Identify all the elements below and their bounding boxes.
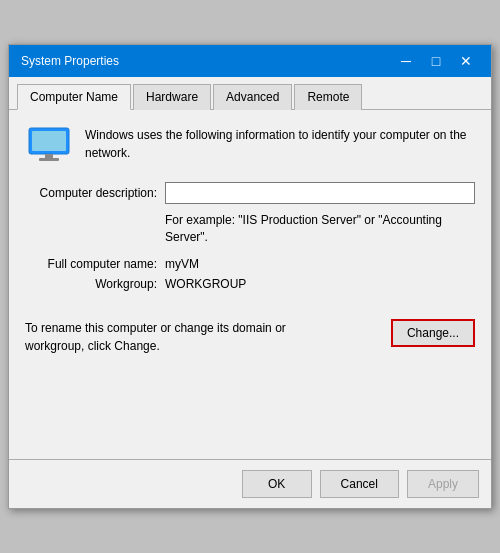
full-computer-name-value: myVM [165, 257, 199, 271]
tab-content: Windows uses the following information t… [9, 110, 491, 460]
apply-button[interactable]: Apply [407, 470, 479, 498]
tab-computer-name[interactable]: Computer Name [17, 84, 131, 110]
rename-section: To rename this computer or change its do… [25, 311, 475, 363]
cancel-button[interactable]: Cancel [320, 470, 399, 498]
full-computer-name-row: Full computer name: myVM [25, 257, 475, 271]
tab-hardware[interactable]: Hardware [133, 84, 211, 110]
maximize-button[interactable]: □ [423, 51, 449, 71]
computer-icon [25, 126, 73, 166]
info-description: Windows uses the following information t… [85, 126, 475, 162]
button-bar: OK Cancel Apply [9, 459, 491, 508]
computer-description-row: Computer description: [25, 182, 475, 204]
svg-rect-3 [39, 158, 59, 161]
hint-text: For example: "IIS Production Server" or … [165, 212, 475, 246]
spacer [25, 363, 475, 443]
title-bar-controls: ─ □ ✕ [393, 51, 479, 71]
tabs-container: Computer Name Hardware Advanced Remote [9, 77, 491, 110]
tab-advanced[interactable]: Advanced [213, 84, 292, 110]
title-bar: System Properties ─ □ ✕ [9, 45, 491, 77]
svg-rect-1 [32, 131, 66, 151]
change-button[interactable]: Change... [391, 319, 475, 347]
full-computer-name-label: Full computer name: [25, 257, 165, 271]
rename-text: To rename this computer or change its do… [25, 319, 345, 355]
computer-description-input[interactable] [165, 182, 475, 204]
ok-button[interactable]: OK [242, 470, 312, 498]
workgroup-row: Workgroup: WORKGROUP [25, 277, 475, 291]
system-properties-window: System Properties ─ □ ✕ Computer Name Ha… [8, 44, 492, 510]
computer-description-label: Computer description: [25, 186, 165, 200]
info-section: Windows uses the following information t… [25, 126, 475, 166]
svg-rect-2 [45, 154, 53, 158]
minimize-button[interactable]: ─ [393, 51, 419, 71]
window-title: System Properties [21, 54, 119, 68]
workgroup-label: Workgroup: [25, 277, 165, 291]
workgroup-value: WORKGROUP [165, 277, 246, 291]
tab-remote[interactable]: Remote [294, 84, 362, 110]
close-button[interactable]: ✕ [453, 51, 479, 71]
